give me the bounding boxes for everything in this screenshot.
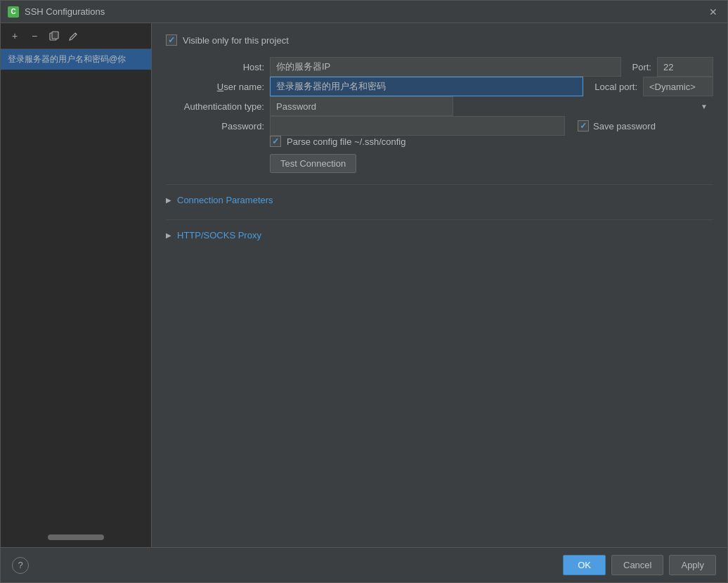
sidebar-scrollbar [1, 527, 151, 547]
edit-config-button[interactable] [65, 27, 82, 44]
main-panel: Visible only for this project Host: Port… [152, 23, 727, 547]
sidebar-toolbar: + − [1, 23, 151, 49]
visible-only-label[interactable]: Visible only for this project [183, 35, 289, 46]
local-port-input[interactable] [643, 77, 713, 96]
auth-type-select[interactable]: Password Key pair OpenSSH config and aut… [270, 96, 453, 116]
sidebar: + − 登录服务器的用户名和密码@你 [1, 23, 152, 547]
apply-button[interactable]: Apply [669, 555, 716, 575]
add-config-button[interactable]: + [6, 27, 23, 44]
cancel-button[interactable]: Cancel [611, 555, 663, 575]
connection-parameters-section: ▶ Connection Parameters [166, 184, 713, 208]
username-label-u: U [217, 82, 223, 92]
parse-config-checkbox[interactable] [270, 136, 281, 147]
username-row: User name: Local port: [166, 77, 713, 96]
save-password-group: Save password [578, 120, 656, 132]
auth-type-row: Authentication type: Password Key pair O… [166, 96, 713, 116]
auth-type-select-wrapper: Password Key pair OpenSSH config and aut… [270, 96, 713, 116]
sidebar-item-config[interactable]: 登录服务器的用户名和密码@你 [1, 49, 151, 70]
http-socks-proxy-arrow: ▶ [166, 231, 171, 239]
save-password-checkbox[interactable] [578, 120, 589, 132]
password-row: Password: Save password [166, 116, 713, 136]
visible-checkbox-row: Visible only for this project [166, 34, 713, 46]
auth-type-label: Authentication type: [166, 101, 264, 112]
host-label: Host: [166, 62, 264, 72]
scrollbar-thumb [48, 534, 104, 540]
close-button[interactable]: ✕ [706, 5, 720, 19]
http-socks-proxy-title: HTTP/SOCKS Proxy [177, 230, 261, 241]
port-input[interactable] [657, 57, 713, 77]
main-content: + − 登录服务器的用户名和密码@你 [1, 23, 727, 547]
visible-only-checkbox[interactable] [166, 34, 177, 46]
test-connection-row: Test Connection [270, 154, 713, 173]
port-label: Port: [632, 62, 651, 72]
svg-rect-1 [52, 32, 58, 39]
copy-config-button[interactable] [46, 27, 63, 44]
password-input[interactable] [270, 116, 565, 136]
dialog-title: SSH Configurations [25, 6, 105, 17]
parse-config-row: Parse config file ~/.ssh/config [270, 136, 713, 147]
bottom-bar: ? OK Cancel Apply [1, 547, 727, 582]
save-password-label[interactable]: Save password [593, 121, 656, 132]
help-button[interactable]: ? [12, 557, 29, 574]
title-bar: C SSH Configurations ✕ [1, 1, 727, 23]
action-buttons: OK Cancel Apply [563, 555, 716, 575]
connection-parameters-arrow: ▶ [166, 196, 171, 204]
dialog-window: C SSH Configurations ✕ + − [0, 0, 728, 583]
parse-config-label[interactable]: Parse config file ~/.ssh/config [287, 136, 405, 147]
app-icon: C [8, 6, 19, 18]
password-label: Password: [166, 121, 264, 132]
connection-parameters-title: Connection Parameters [177, 195, 273, 205]
http-socks-proxy-section: ▶ HTTP/SOCKS Proxy [166, 219, 713, 243]
test-connection-button[interactable]: Test Connection [270, 154, 356, 173]
local-port-label: Local port: [594, 82, 637, 92]
host-row: Host: Port: [166, 57, 713, 77]
connection-parameters-header[interactable]: ▶ Connection Parameters [166, 192, 713, 208]
sidebar-list: 登录服务器的用户名和密码@你 [1, 49, 151, 527]
host-input[interactable] [270, 57, 621, 77]
username-input[interactable] [270, 77, 583, 96]
remove-config-button[interactable]: − [26, 27, 43, 44]
username-label: User name: [166, 82, 264, 92]
http-socks-proxy-header[interactable]: ▶ HTTP/SOCKS Proxy [166, 227, 713, 243]
ok-button[interactable]: OK [563, 555, 606, 575]
